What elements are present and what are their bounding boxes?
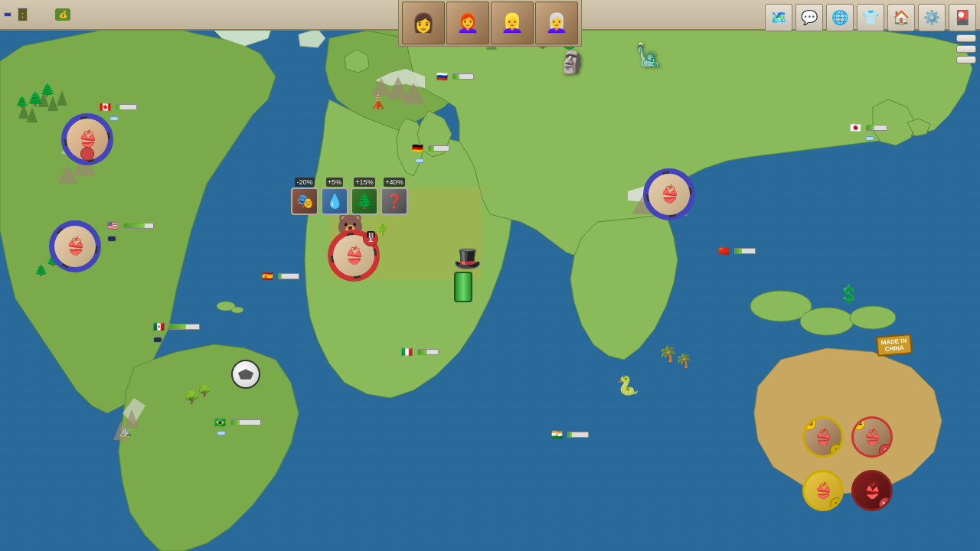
turns-badge: : [18,8,28,21]
hide-details-button[interactable] [956,45,976,53]
shirt-icon-btn[interactable]: 👕 [857,4,884,31]
usa-token[interactable]: 👙 [49,220,101,272]
bonus-item-4: +40% ❓ [381,178,408,215]
top-icons: 🗺️ 💬 🌐 👕 🏠 ⚙️ 🎴 [765,4,976,31]
action-buttons [956,34,976,64]
websites-button[interactable] [956,34,976,42]
portraits-bar: 👩 👩‍🦰 👱‍♀️ 👩‍🦳 [398,0,582,47]
portrait-1[interactable]: 👩 [402,2,445,44]
money-icon: 💰 [55,8,70,21]
bonus-item-3: +15% 🌲 [351,178,378,215]
card-icon-btn[interactable]: 🎴 [949,4,976,31]
token-x3-1[interactable]: 👙 ×3 1 [802,416,844,458]
bonus-item-1: -20% 🎭 [291,178,318,215]
token-x4-2[interactable]: 👙 ×4 2 [851,416,893,458]
svg-point-3 [800,308,854,335]
settings-icon-btn[interactable]: ⚙️ [918,4,946,31]
map-icon-btn[interactable]: 🗺️ [765,4,792,31]
portrait-2[interactable]: 👩‍🦰 [446,2,489,44]
world-map [0,0,980,551]
bonus-item-2: +5% 💧 [321,178,348,215]
canada-token-rank [80,147,94,161]
multiplier-x4: ×4 [851,416,865,430]
asia-token[interactable]: 👙 [643,168,695,220]
mode-badge [4,12,11,17]
svg-point-28 [231,307,243,313]
top-bar-left: : 💰 [0,8,74,21]
canada-token[interactable]: 👙 [61,113,113,165]
bonus-row: -20% 🎭 +5% 💧 +15% 🌲 +40% ❓ [291,178,408,215]
globe-icon-btn[interactable]: 🌐 [826,4,854,31]
money-display: 💰 [55,8,74,21]
europe-token[interactable]: 👙 1 ||| [328,230,380,282]
portrait-3[interactable]: 👱‍♀️ [491,2,534,44]
house-icon-btn[interactable]: 🏠 [887,4,915,31]
svg-point-4 [850,306,896,329]
pricing-plan-button[interactable] [956,56,976,64]
token-10[interactable]: 👙 10 [851,470,893,511]
token-8[interactable]: 👙 8 [802,470,844,511]
portrait-4[interactable]: 👩‍🦳 [535,2,578,44]
chat-icon-btn[interactable]: 💬 [795,4,823,31]
multiplier-x3: ×3 [802,416,816,430]
europe-token-stripe: ||| [367,231,375,238]
